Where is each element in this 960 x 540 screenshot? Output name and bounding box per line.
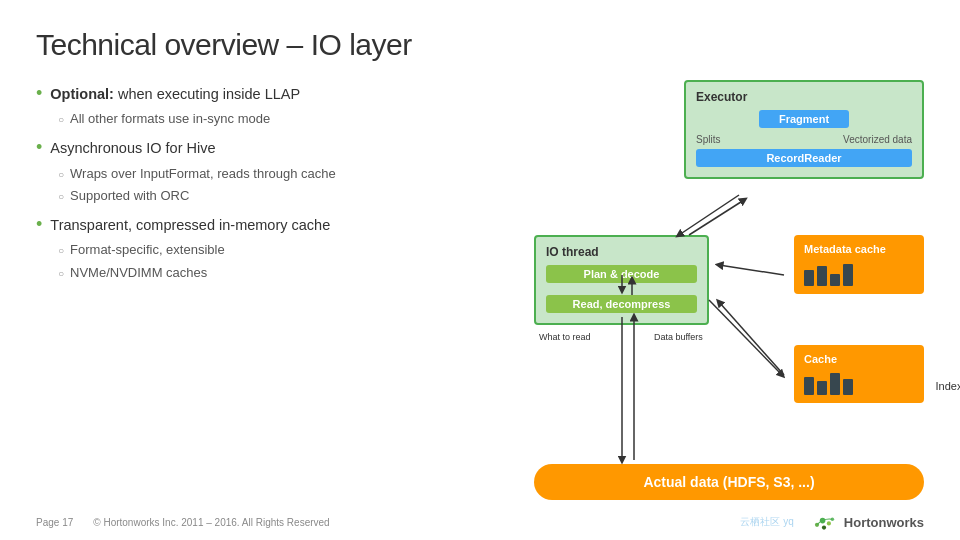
record-reader-box: RecordReader [696, 149, 912, 167]
bullet-group-1: • Optional: when executing inside LLAP ○… [36, 84, 514, 128]
sub-dot-3-2: ○ [58, 267, 64, 281]
bullet-dot-2: • [36, 138, 42, 158]
data-buffers-label: Data buffers [654, 332, 703, 342]
cache-bars-icon [804, 371, 914, 395]
metadata-cache-label: Metadata cache [804, 243, 914, 256]
bullet-main-text-1: Optional: when executing inside LLAP [50, 84, 300, 104]
bullet-sub-text-2-1: Wraps over InputFormat, reads through ca… [70, 165, 336, 183]
plan-decode-box: Plan & decode [546, 265, 697, 283]
metadata-bars-icon [804, 262, 914, 286]
svg-line-2 [679, 195, 739, 235]
bullet-main-1: • Optional: when executing inside LLAP [36, 84, 514, 104]
bar-1 [804, 270, 814, 286]
metadata-cache-box: Metadata cache [794, 235, 924, 294]
copyright: © Hortonworks Inc. 2011 – 2016. All Righ… [93, 517, 329, 528]
sub-dot-3-1: ○ [58, 244, 64, 258]
executor-label: Executor [696, 90, 912, 104]
footer: Page 17 © Hortonworks Inc. 2011 – 2016. … [0, 512, 960, 532]
fragment-box: Fragment [759, 110, 849, 128]
bullet-sub-3-2: ○ NVMe/NVDIMM caches [58, 264, 514, 282]
executor-box: Executor Fragment Splits Vectorized data… [684, 80, 924, 179]
logo-text: Hortonworks [844, 515, 924, 530]
cache-label: Cache [804, 353, 914, 365]
bullet-main-text-3: Transparent, compressed in-memory cache [50, 215, 330, 235]
svg-point-14 [822, 526, 826, 530]
bullet-dot-3: • [36, 215, 42, 235]
cache-bar-1 [804, 377, 814, 395]
diagram-panel: Executor Fragment Splits Vectorized data… [534, 80, 924, 530]
bullet-sub-text-1-1: All other formats use in-sync mode [70, 110, 270, 128]
svg-line-5 [719, 302, 784, 375]
io-thread-label: IO thread [546, 245, 697, 259]
sub-dot: ○ [58, 113, 64, 127]
hortonworks-logo-icon [810, 512, 838, 532]
left-panel: • Optional: when executing inside LLAP ○… [36, 80, 514, 530]
bullet-main-text-2: Asynchronous IO for Hive [50, 138, 215, 158]
indexes-label: Indexes [935, 380, 960, 392]
vectorized-label: Vectorized data [843, 134, 912, 145]
sub-dot-2-1: ○ [58, 168, 64, 182]
bar-2 [817, 266, 827, 286]
bullet-main-3: • Transparent, compressed in-memory cach… [36, 215, 514, 235]
bullet-sub-text-2-2: Supported with ORC [70, 187, 189, 205]
read-decompress-box: Read, decompress [546, 295, 697, 313]
bullet-sub-2-2: ○ Supported with ORC [58, 187, 514, 205]
splits-label: Splits [696, 134, 720, 145]
slide-title: Technical overview – IO layer [36, 28, 924, 62]
bullet-sub-3-1: ○ Format-specific, extensible [58, 241, 514, 259]
svg-line-3 [689, 200, 744, 235]
slide: Technical overview – IO layer • Optional… [0, 0, 960, 540]
page-number: Page 17 [36, 517, 73, 528]
svg-line-4 [719, 265, 784, 275]
bullet-sub-1-1: ○ All other formats use in-sync mode [58, 110, 514, 128]
bullet-main-2: • Asynchronous IO for Hive [36, 138, 514, 158]
svg-point-13 [827, 521, 831, 525]
cache-bar-2 [817, 381, 827, 395]
bullet-group-3: • Transparent, compressed in-memory cach… [36, 215, 514, 282]
bullet-sub-text-3-2: NVMe/NVDIMM caches [70, 264, 207, 282]
footer-right: 云栖社区 yq Hortonworks [740, 512, 924, 532]
watermark: 云栖社区 yq [740, 515, 793, 529]
actual-data-box: Actual data (HDFS, S3, ...) [534, 464, 924, 500]
bar-3 [830, 274, 840, 286]
footer-left: Page 17 © Hortonworks Inc. 2011 – 2016. … [36, 517, 330, 528]
cache-bar-4 [843, 379, 853, 395]
bar-4 [843, 264, 853, 286]
bullet-group-2: • Asynchronous IO for Hive ○ Wraps over … [36, 138, 514, 205]
svg-line-6 [709, 300, 782, 375]
content-area: • Optional: when executing inside LLAP ○… [36, 80, 924, 530]
cache-box: Cache [794, 345, 924, 403]
actual-data-label: Actual data (HDFS, S3, ...) [554, 474, 904, 490]
what-to-read-label: What to read [539, 332, 591, 342]
io-thread-box: IO thread Plan & decode Read, decompress [534, 235, 709, 325]
bullet-sub-2-1: ○ Wraps over InputFormat, reads through … [58, 165, 514, 183]
sub-dot-2-2: ○ [58, 190, 64, 204]
cache-bar-3 [830, 373, 840, 395]
bullet-sub-text-3-1: Format-specific, extensible [70, 241, 225, 259]
rr-row: Splits Vectorized data [696, 134, 912, 145]
bullet-dot: • [36, 84, 42, 104]
